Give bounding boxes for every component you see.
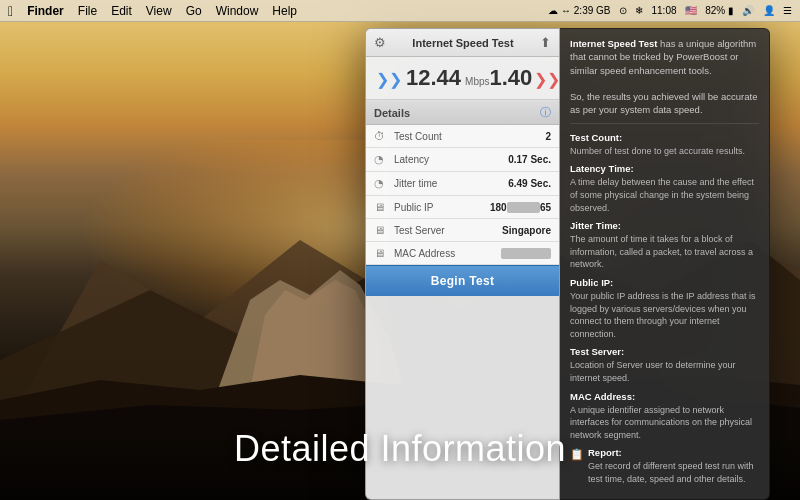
download-speed: ❯❯ 12.44 Mbps	[376, 65, 490, 91]
public-ip-label: Public IP	[394, 202, 490, 213]
info-section-test-server: Test Server: Location of Server user to …	[570, 346, 759, 384]
latency-label: Latency	[394, 154, 508, 165]
info-section-latency: Latency Time: A time delay between the c…	[570, 163, 759, 214]
info-intro-line2: So, the results you achieved will be acc…	[570, 91, 757, 115]
menu-edit[interactable]: Edit	[111, 4, 132, 18]
test-server-icon: 🖥	[374, 224, 390, 236]
info-intro: Internet Speed Test has a unique algorit…	[570, 37, 759, 124]
window-title: Internet Speed Test	[386, 37, 540, 49]
mac-address-value: ██	[501, 248, 551, 259]
download-icon: ❯❯	[376, 70, 402, 89]
menubar-right: ☁ ↔ 2:39 GB ⊙ ❄ 11:08 🇺🇸 82% ▮ 🔊 👤 ☰	[548, 5, 792, 16]
details-label: Details	[374, 107, 410, 119]
mac-address-label: MAC Address	[394, 248, 501, 259]
download-value: 12.44	[406, 65, 461, 91]
info-section-public-ip: Public IP: Your public IP address is the…	[570, 277, 759, 340]
menu-view[interactable]: View	[146, 4, 172, 18]
apple-menu[interactable]: 	[8, 3, 13, 19]
detail-row-jitter: ◔ Jitter time 6.49 Sec.	[366, 172, 559, 196]
menu-help[interactable]: Help	[272, 4, 297, 18]
test-server-label: Test Server	[394, 225, 502, 236]
test-server-value: Singapore	[502, 225, 551, 236]
title-bar: ⚙ Internet Speed Test ⬆	[366, 29, 559, 57]
info-section-title-jitter: Jitter Time:	[570, 220, 759, 231]
settings-icon[interactable]: ⚙	[374, 35, 386, 50]
bottom-text: Detailed Information	[0, 428, 800, 470]
share-icon[interactable]: ⬆	[540, 35, 551, 50]
detail-row-latency: ◔ Latency 0.17 Sec.	[366, 148, 559, 172]
info-section-text-jitter: The amount of time it takes for a block …	[570, 233, 759, 271]
menu-file[interactable]: File	[78, 4, 97, 18]
info-section-text-public-ip: Your public IP address is the IP address…	[570, 290, 759, 340]
info-section-title-test-server: Test Server:	[570, 346, 759, 357]
upload-icon: ❯❯	[534, 70, 560, 89]
jitter-icon: ◔	[374, 177, 390, 190]
info-section-title-test-count: Test Count:	[570, 132, 759, 143]
menu-go[interactable]: Go	[186, 4, 202, 18]
test-count-icon: ⏱	[374, 130, 390, 142]
info-section-title-public-ip: Public IP:	[570, 277, 759, 288]
detail-row-public-ip: 🖥 Public IP 180███65	[366, 196, 559, 219]
info-section-text-test-server: Location of Server user to determine you…	[570, 359, 759, 384]
info-section-title-mac-address: MAC Address:	[570, 391, 759, 402]
info-intro-text: Internet Speed Test has a unique algorit…	[570, 38, 756, 76]
test-count-value: 2	[545, 131, 551, 142]
jitter-label: Jitter time	[394, 178, 508, 189]
menu-window[interactable]: Window	[216, 4, 259, 18]
info-section-text-latency: A time delay between the cause and the e…	[570, 176, 759, 214]
mac-address-icon: 🖥	[374, 247, 390, 259]
test-count-label: Test Count	[394, 131, 545, 142]
latency-icon: ◔	[374, 153, 390, 166]
info-section-title-latency: Latency Time:	[570, 163, 759, 174]
info-section-jitter: Jitter Time: The amount of time it takes…	[570, 220, 759, 271]
public-ip-icon: 🖥	[374, 201, 390, 213]
upload-value: 1.40	[490, 65, 533, 91]
info-section-test-count: Test Count: Number of test done to get a…	[570, 132, 759, 158]
speed-display: ❯❯ 12.44 Mbps 1.40 ❯❯	[366, 57, 559, 100]
info-section-text-test-count: Number of test done to get accurate resu…	[570, 145, 759, 158]
public-ip-value: 180███65	[490, 202, 551, 213]
detail-row-mac-address: 🖥 MAC Address ██	[366, 242, 559, 265]
detail-row-test-server: 🖥 Test Server Singapore	[366, 219, 559, 242]
menubar-status: ☁ ↔ 2:39 GB ⊙ ❄ 11:08 🇺🇸 82% ▮ 🔊 👤 ☰	[548, 5, 792, 16]
details-info-icon[interactable]: ⓘ	[540, 105, 551, 120]
details-header: Details ⓘ	[366, 100, 559, 125]
begin-test-button[interactable]: Begin Test	[366, 265, 559, 296]
menubar-left:  Finder File Edit View Go Window Help	[8, 3, 548, 19]
download-unit: Mbps	[465, 76, 489, 87]
menubar:  Finder File Edit View Go Window Help ☁…	[0, 0, 800, 22]
upload-speed: 1.40 ❯❯	[490, 65, 560, 91]
jitter-value: 6.49 Sec.	[508, 178, 551, 189]
latency-value: 0.17 Sec.	[508, 154, 551, 165]
app-name[interactable]: Finder	[27, 4, 64, 18]
detail-row-test-count: ⏱ Test Count 2	[366, 125, 559, 148]
